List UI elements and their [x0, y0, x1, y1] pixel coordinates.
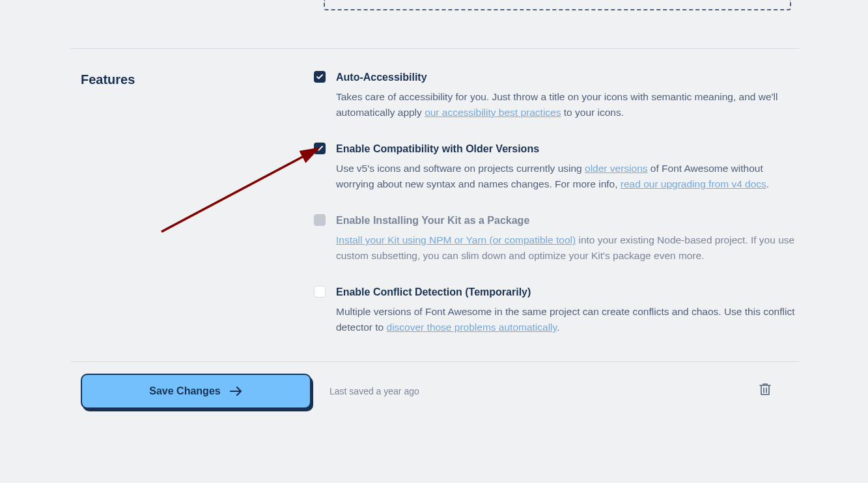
feature-title: Enable Compatibility with Older Versions	[336, 141, 800, 157]
link-older-versions[interactable]: older versions	[585, 163, 648, 174]
feature-auto-accessibility: Auto-Accessibility Takes care of accessi…	[314, 70, 800, 120]
footer-bar: Save Changes Last saved a year ago	[70, 362, 800, 427]
text: to your icons.	[561, 107, 624, 118]
feature-compatibility: Enable Compatibility with Older Versions…	[314, 141, 800, 192]
feature-kit-package: Enable Installing Your Kit as a Package …	[314, 213, 800, 264]
section-heading: Features	[81, 70, 314, 89]
feature-title: Auto-Accessibility	[336, 70, 800, 85]
delete-button[interactable]	[759, 383, 789, 400]
text: Use v5's icons and software on projects …	[336, 163, 585, 174]
feature-title: Enable Conflict Detection (Temporarily)	[336, 284, 800, 300]
checkbox-compatibility[interactable]	[314, 143, 326, 154]
text: .	[766, 178, 769, 189]
link-upgrading-docs[interactable]: read our upgrading from v4 docs	[621, 178, 766, 189]
link-discover-conflicts[interactable]: discover those problems automatically	[387, 322, 557, 333]
dashed-dropzone-bottom	[324, 0, 791, 10]
link-accessibility-best-practices[interactable]: our accessibility best practices	[425, 107, 561, 118]
text: .	[557, 322, 559, 333]
checkbox-auto-accessibility[interactable]	[314, 71, 326, 83]
arrow-right-icon	[230, 386, 243, 396]
feature-description: Takes care of accessibility for you. Jus…	[336, 89, 800, 120]
feature-description: Use v5's icons and software on projects …	[336, 161, 800, 192]
feature-description: Multiple versions of Font Awesome in the…	[336, 304, 800, 335]
features-section: Features Auto-Accessibility Takes care o…	[70, 49, 800, 361]
last-saved-text: Last saved a year ago	[329, 385, 741, 398]
link-install-kit-npm[interactable]: Install your Kit using NPM or Yarn (or c…	[336, 234, 576, 245]
save-button-label: Save Changes	[149, 385, 220, 397]
checkbox-kit-package	[314, 214, 326, 226]
feature-description: Install your Kit using NPM or Yarn (or c…	[336, 232, 800, 264]
checkbox-conflict-detection[interactable]	[314, 286, 326, 297]
trash-icon	[759, 383, 771, 396]
save-button[interactable]: Save Changes	[81, 374, 311, 409]
feature-conflict-detection: Enable Conflict Detection (Temporarily) …	[314, 284, 800, 335]
feature-title: Enable Installing Your Kit as a Package	[336, 213, 800, 228]
